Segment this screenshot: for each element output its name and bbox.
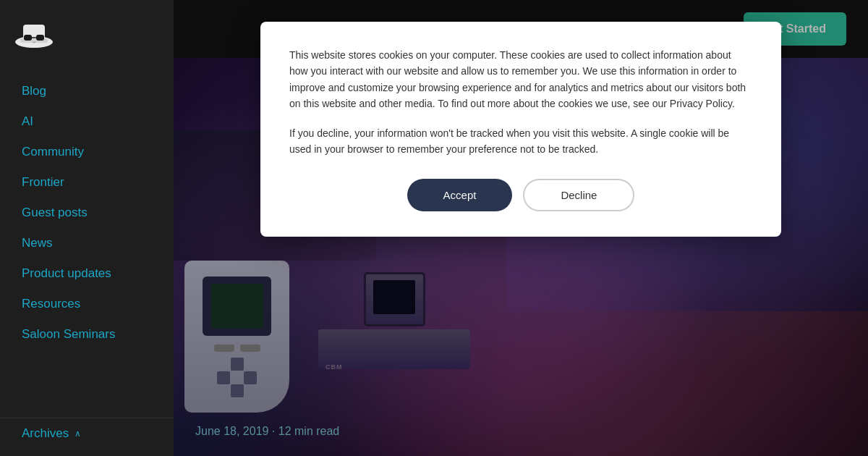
- cookie-buttons: Accept Decline: [289, 179, 752, 211]
- sidebar-nav: Blog AI Community Frontier Guest posts N…: [0, 69, 174, 456]
- sidebar-item-news[interactable]: News: [0, 228, 174, 258]
- svg-rect-4: [36, 35, 44, 41]
- archives-section: Archives ∧: [0, 418, 174, 449]
- chevron-up-icon: ∧: [75, 428, 81, 439]
- accept-button[interactable]: Accept: [407, 179, 513, 211]
- svg-rect-3: [24, 35, 32, 41]
- main-content: Get Started // We'll just draw colored b…: [174, 0, 868, 456]
- cookie-modal: This website stores cookies on your comp…: [260, 22, 781, 237]
- sidebar-item-saloon-seminars[interactable]: Saloon Seminars: [0, 319, 174, 350]
- decline-button[interactable]: Decline: [523, 179, 634, 211]
- sidebar-header: [0, 0, 174, 69]
- archives-row: Archives ∧: [22, 426, 81, 441]
- logo-icon: [14, 14, 54, 54]
- sidebar-item-resources[interactable]: Resources: [0, 289, 174, 319]
- cookie-text-main: This website stores cookies on your comp…: [289, 47, 752, 112]
- cookie-text-secondary: If you decline, your information won't b…: [289, 125, 752, 158]
- sidebar: Blog AI Community Frontier Guest posts N…: [0, 0, 174, 456]
- archives-label: Archives: [22, 426, 69, 441]
- sidebar-item-blog[interactable]: Blog: [0, 76, 174, 106]
- sidebar-item-guest-posts[interactable]: Guest posts: [0, 198, 174, 228]
- sidebar-item-product-updates[interactable]: Product updates: [0, 258, 174, 289]
- sidebar-item-community[interactable]: Community: [0, 137, 174, 167]
- sidebar-item-ai[interactable]: AI: [0, 106, 174, 137]
- sidebar-item-archives[interactable]: Archives ∧: [0, 418, 174, 449]
- sidebar-item-frontier[interactable]: Frontier: [0, 167, 174, 198]
